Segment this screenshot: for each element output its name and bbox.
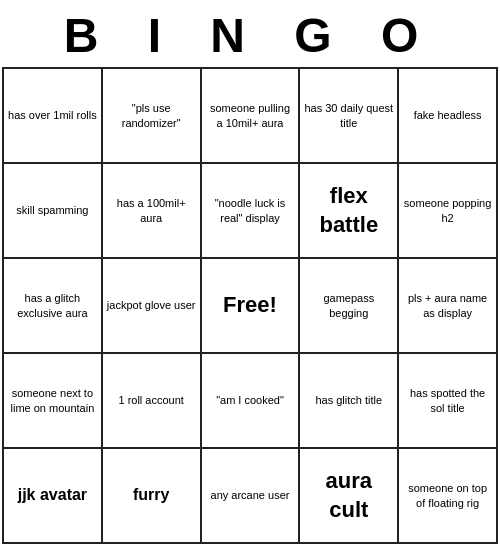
bingo-cell-15: someone next to lime on mountain: [4, 354, 103, 449]
bingo-cell-21: furry: [103, 449, 202, 544]
bingo-cell-3: has 30 daily quest title: [300, 69, 399, 164]
bingo-cell-6: has a 100mil+ aura: [103, 164, 202, 259]
bingo-title: B I N G O: [0, 0, 500, 67]
bingo-cell-22: any arcane user: [202, 449, 301, 544]
bingo-cell-19: has spotted the sol title: [399, 354, 498, 449]
bingo-cell-11: jackpot glove user: [103, 259, 202, 354]
bingo-cell-23: aura cult: [300, 449, 399, 544]
bingo-cell-13: gamepass begging: [300, 259, 399, 354]
bingo-cell-16: 1 roll account: [103, 354, 202, 449]
bingo-cell-7: "noodle luck is real" display: [202, 164, 301, 259]
bingo-cell-17: "am I cooked": [202, 354, 301, 449]
bingo-cell-0: has over 1mil rolls: [4, 69, 103, 164]
bingo-cell-9: someone popping h2: [399, 164, 498, 259]
bingo-cell-5: skill spamming: [4, 164, 103, 259]
bingo-cell-24: someone on top of floating rig: [399, 449, 498, 544]
bingo-cell-4: fake headless: [399, 69, 498, 164]
bingo-cell-12: Free!: [202, 259, 301, 354]
bingo-grid: has over 1mil rolls"pls use randomizer"s…: [2, 67, 498, 544]
bingo-cell-18: has glitch title: [300, 354, 399, 449]
bingo-cell-10: has a glitch exclusive aura: [4, 259, 103, 354]
bingo-cell-1: "pls use randomizer": [103, 69, 202, 164]
bingo-cell-14: pls + aura name as display: [399, 259, 498, 354]
bingo-cell-2: someone pulling a 10mil+ aura: [202, 69, 301, 164]
bingo-cell-8: flex battle: [300, 164, 399, 259]
bingo-cell-20: jjk avatar: [4, 449, 103, 544]
